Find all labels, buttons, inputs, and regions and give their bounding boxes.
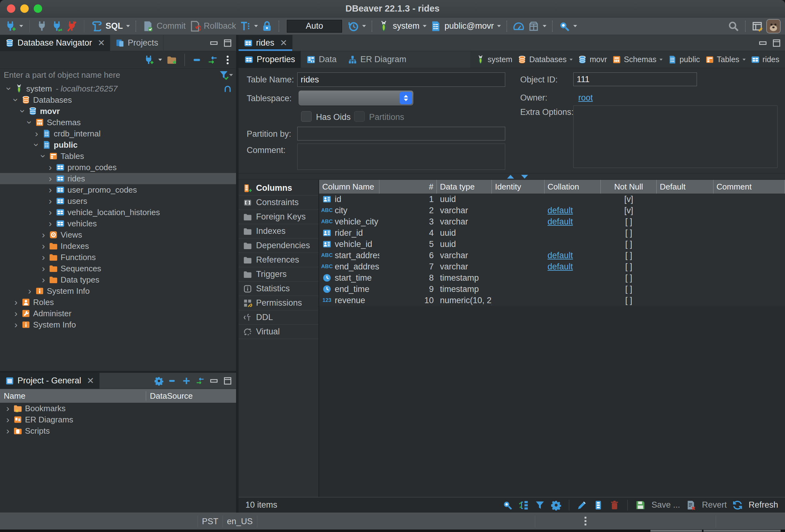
maximize-window-button[interactable] <box>34 4 42 13</box>
close-tab-icon[interactable]: ✕ <box>280 38 287 48</box>
commit-mode-combo[interactable]: Auto <box>287 20 342 33</box>
tree-item-vehicle-location-histories[interactable]: ›vehicle_location_histories <box>0 207 236 218</box>
search-metadata-icon[interactable] <box>558 20 570 32</box>
tablespace-select[interactable] <box>299 91 413 105</box>
column-row-end-address[interactable]: ABCend_address7varchardefault[ ] <box>319 261 785 272</box>
reconnect-icon[interactable] <box>51 20 63 32</box>
collapse-all-icon[interactable] <box>168 376 177 386</box>
minimize-panel-icon[interactable] <box>209 376 219 386</box>
dashboard-icon[interactable] <box>513 20 525 32</box>
disconnect-icon[interactable] <box>66 20 78 32</box>
collapse-all-icon[interactable] <box>192 55 203 65</box>
expand-arrow-icon[interactable]: › <box>11 298 21 307</box>
subtab-properties[interactable]: Properties <box>238 51 301 68</box>
link-with-editor-icon[interactable] <box>196 376 205 386</box>
grid-header-default[interactable]: Default <box>657 180 713 194</box>
grid-settings-icon[interactable] <box>551 500 561 510</box>
tree-item-functions[interactable]: ›Functions <box>0 252 236 263</box>
maximize-panel-icon[interactable] <box>772 39 781 48</box>
save-button[interactable]: Save ... <box>651 500 680 510</box>
column-row-vehicle-city[interactable]: ABCvehicle_city3varchardefault[ ] <box>319 216 785 227</box>
transaction-dropdown-icon[interactable] <box>254 25 258 27</box>
horizontal-splitter[interactable] <box>238 174 785 180</box>
tree-item-public[interactable]: ›public <box>0 139 236 151</box>
new-connection-icon[interactable] <box>143 55 154 65</box>
tree-item-system[interactable]: ›system- localhost:26257 <box>0 83 236 94</box>
refresh-icon[interactable] <box>732 500 743 510</box>
grid-search-icon[interactable] <box>502 500 513 510</box>
partition-by-input[interactable] <box>297 127 505 141</box>
section-tab-permissions[interactable]: Permissions <box>238 296 319 310</box>
column-row-vehicle-id[interactable]: vehicle_id5uuid[ ] <box>319 238 785 250</box>
expand-arrow-icon[interactable]: › <box>39 253 48 262</box>
commit-icon[interactable] <box>142 20 154 32</box>
connect-icon[interactable] <box>36 20 48 32</box>
schema-dropdown-icon[interactable] <box>497 25 501 27</box>
section-tab-indexes[interactable]: Indexes <box>238 224 319 238</box>
link-with-editor-icon[interactable] <box>207 55 218 65</box>
collapse-arrow-icon[interactable]: › <box>39 151 48 161</box>
collation-link[interactable]: default <box>548 262 573 272</box>
object-filter-input[interactable] <box>3 70 219 80</box>
lock-icon[interactable] <box>261 20 273 32</box>
timezone-indicator[interactable]: PST <box>198 513 223 530</box>
grid-header--[interactable]: # <box>379 180 437 194</box>
expand-arrow-icon[interactable]: › <box>46 163 55 172</box>
history-dropdown-icon[interactable] <box>362 25 366 27</box>
subtab-er-diagram[interactable]: ER Diagram <box>342 51 412 68</box>
search-dropdown-icon[interactable] <box>573 25 577 27</box>
grid-header-data-type[interactable]: Data type <box>437 180 492 194</box>
tree-item-views[interactable]: ›Views <box>0 229 236 240</box>
collation-link[interactable]: default <box>548 251 573 260</box>
home-icon[interactable] <box>224 84 232 93</box>
breadcrumb-schemas[interactable]: Schemas <box>611 55 664 64</box>
has-oids-checkbox[interactable] <box>301 111 312 122</box>
expand-arrow-icon[interactable]: › <box>3 426 12 435</box>
expand-up-icon[interactable] <box>507 175 514 179</box>
section-tab-dependencies[interactable]: Dependencies <box>238 238 319 253</box>
sql-editor-icon[interactable] <box>91 20 102 32</box>
collapse-arrow-icon[interactable]: › <box>4 84 14 93</box>
tree-item-indexes[interactable]: ›Indexes <box>0 240 236 252</box>
tree-item-roles[interactable]: ›Roles <box>0 297 236 308</box>
commit-label[interactable]: Commit <box>157 21 186 31</box>
expand-arrow-icon[interactable]: › <box>46 185 55 195</box>
tree-item-system-info[interactable]: ›System Info <box>0 285 236 297</box>
object-id-input[interactable] <box>573 72 697 86</box>
expand-all-icon[interactable] <box>182 376 191 386</box>
collapse-down-icon[interactable] <box>521 175 528 179</box>
new-connection-icon[interactable] <box>4 20 16 32</box>
collapse-arrow-icon[interactable]: › <box>18 106 27 116</box>
rollback-icon[interactable] <box>189 20 201 32</box>
section-tab-foreign-keys[interactable]: Foreign Keys <box>238 210 319 224</box>
section-tab-constraints[interactable]: Constraints <box>238 196 319 210</box>
column-row-id[interactable]: id1uuid[v] <box>319 194 785 205</box>
expand-arrow-icon[interactable]: › <box>25 286 34 296</box>
new-connection-dropdown-icon[interactable] <box>158 59 162 61</box>
expand-arrow-icon[interactable]: › <box>39 241 48 251</box>
rollback-label[interactable]: Rollback <box>204 21 236 31</box>
minimize-panel-icon[interactable] <box>209 39 219 48</box>
refresh-structure-icon[interactable] <box>518 500 529 510</box>
tree-item-schemas[interactable]: ›Schemas <box>0 117 236 128</box>
active-schema-icon[interactable] <box>430 20 441 32</box>
table-name-input[interactable] <box>297 72 505 87</box>
breadcrumb-dropdown-icon[interactable] <box>659 59 663 60</box>
sql-editor-label[interactable]: SQL <box>105 21 123 31</box>
close-window-button[interactable] <box>7 4 15 13</box>
tab-rides-editor[interactable]: rides ✕ <box>238 35 293 51</box>
section-tab-columns[interactable]: Columns <box>238 181 319 196</box>
collation-link[interactable]: default <box>548 217 573 227</box>
tab-database-navigator[interactable]: Database Navigator ✕ <box>0 35 110 51</box>
collapse-arrow-icon[interactable]: › <box>11 95 21 105</box>
collapse-arrow-icon[interactable]: › <box>25 118 34 127</box>
tree-item-movr[interactable]: ›movr <box>0 105 236 117</box>
transaction-history-icon[interactable] <box>347 20 359 32</box>
expand-arrow-icon[interactable]: › <box>46 208 55 217</box>
expand-arrow-icon[interactable]: › <box>3 404 12 413</box>
filter-dropdown-icon[interactable] <box>229 74 233 76</box>
column-row-start-address[interactable]: ABCstart_address6varchardefault[ ] <box>319 250 785 261</box>
collapse-arrow-icon[interactable]: › <box>32 140 41 150</box>
breadcrumb-movr[interactable]: movr <box>576 55 608 64</box>
tree-item-sequences[interactable]: ›Sequences <box>0 263 236 274</box>
